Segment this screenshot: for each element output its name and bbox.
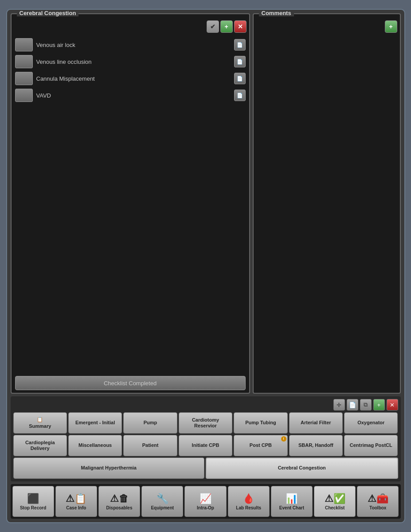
checklist-footer: Checklist Completed bbox=[12, 373, 249, 393]
item-label-2: Venous line occlusion bbox=[36, 59, 231, 65]
intra-op-icon: 📈 bbox=[200, 493, 211, 505]
event-chart-icon: 📊 bbox=[286, 493, 297, 505]
case-info-button[interactable]: ⚠📋 Case Info bbox=[55, 486, 97, 517]
stop-record-icon: ⬛ bbox=[27, 493, 39, 505]
disposables-label: Disposables bbox=[106, 505, 133, 510]
item-doc-btn-1[interactable]: 📄 bbox=[234, 39, 246, 51]
checklist-items: Venous air lock 📄 Venous line occlusion … bbox=[12, 35, 249, 373]
tab-row-2: Cardioplegia Delivery Miscellaneous Pati… bbox=[13, 435, 398, 456]
doc-button[interactable]: 📄 bbox=[347, 399, 358, 411]
stop-record-button[interactable]: ⬛ Stop Record bbox=[12, 486, 54, 517]
lab-results-button[interactable]: 🩸 Lab Results bbox=[228, 486, 270, 517]
tab-rows: 📋 Summary Emergent - Initial Pump Cardio… bbox=[13, 412, 398, 479]
intra-op-label: Intra-Op bbox=[197, 505, 214, 510]
checklist-button[interactable]: ⚠✅ Checklist bbox=[314, 486, 356, 517]
list-item: VAVD 📄 bbox=[15, 87, 246, 104]
toolbox-icon: ⚠🧰 bbox=[368, 493, 388, 505]
item-label-1: Venous air lock bbox=[36, 42, 231, 48]
add-comment-button[interactable]: + bbox=[385, 20, 397, 33]
item-checkbox-4[interactable] bbox=[15, 89, 33, 102]
equipment-button[interactable]: 🔧 Equipment bbox=[141, 486, 183, 517]
checklist-icon: ⚠✅ bbox=[325, 493, 345, 505]
tab-cardioplegia[interactable]: Cardioplegia Delivery bbox=[13, 435, 67, 456]
check-button[interactable]: ✔ bbox=[207, 20, 219, 33]
add-tab-button[interactable]: + bbox=[373, 399, 385, 411]
item-checkbox-1[interactable] bbox=[15, 38, 33, 51]
delete-tab-button[interactable]: ✕ bbox=[387, 399, 398, 411]
disposables-icon: ⚠🗑 bbox=[110, 493, 129, 505]
item-label-3: Cannula Misplacement bbox=[36, 75, 231, 82]
copy-button[interactable]: ⧉ bbox=[360, 399, 372, 411]
tab-cardiotomy[interactable]: Cardiotomy Reservior bbox=[179, 412, 232, 434]
tab-patient[interactable]: Patient bbox=[123, 435, 177, 456]
event-chart-button[interactable]: 📊 Event Chart bbox=[271, 486, 313, 517]
list-item: Venous air lock 📄 bbox=[15, 36, 246, 53]
item-doc-btn-3[interactable]: 📄 bbox=[234, 73, 246, 84]
tab-pump-tubing[interactable]: Pump Tubing bbox=[234, 412, 287, 434]
bottom-section: ✛ 📄 ⧉ + ✕ 📋 Summary Emergent - Initial P… bbox=[11, 396, 401, 481]
item-checkbox-2[interactable] bbox=[15, 55, 33, 68]
intra-op-button[interactable]: 📈 Intra-Op bbox=[184, 486, 226, 517]
toolbox-label: Toolbox bbox=[369, 505, 386, 510]
tab-pump[interactable]: Pump bbox=[123, 412, 177, 434]
tab-arterial[interactable]: Arterial Filter bbox=[289, 412, 343, 434]
case-info-icon: ⚠📋 bbox=[66, 493, 86, 505]
tab-row-1: 📋 Summary Emergent - Initial Pump Cardio… bbox=[13, 412, 398, 434]
tab-malignant[interactable]: Malignant Hyperthermia bbox=[13, 458, 205, 479]
tab-initiate-cpb[interactable]: Initiate CPB bbox=[179, 435, 232, 456]
disposables-button[interactable]: ⚠🗑 Disposables bbox=[98, 486, 140, 517]
summary-icon: 📋 bbox=[37, 417, 43, 422]
item-checkbox-3[interactable] bbox=[15, 72, 33, 85]
equipment-label: Equipment bbox=[151, 505, 174, 510]
lab-results-icon: 🩸 bbox=[243, 493, 254, 505]
item-doc-btn-2[interactable]: 📄 bbox=[234, 56, 246, 67]
tab-cerebral[interactable]: Cerebral Congestion bbox=[206, 458, 398, 479]
post-cpb-warning: ! bbox=[281, 436, 286, 442]
right-panel-title: Comments bbox=[259, 10, 294, 16]
lab-results-label: Lab Results bbox=[236, 505, 261, 510]
left-panel-title: Cerebral Congestion bbox=[17, 10, 79, 16]
equipment-icon: 🔧 bbox=[157, 493, 168, 505]
completed-button[interactable]: Checklist Completed bbox=[15, 376, 246, 390]
left-panel-toolbar: ✔ + ✕ bbox=[12, 18, 249, 35]
tab-sbar[interactable]: SBAR, Handoff bbox=[289, 435, 343, 456]
item-label-4: VAVD bbox=[36, 92, 231, 99]
tab-centrimag[interactable]: Centrimag PostCL bbox=[344, 435, 398, 456]
tab-oxygenator[interactable]: Oxygenator bbox=[344, 412, 398, 434]
tab-miscellaneous[interactable]: Miscellaneous bbox=[68, 435, 122, 456]
case-info-label: Case Info bbox=[66, 505, 86, 510]
move-button[interactable]: ✛ bbox=[333, 399, 345, 411]
comments-toolbar: + bbox=[254, 18, 400, 35]
stop-record-label: Stop Record bbox=[20, 505, 46, 510]
delete-item-button[interactable]: ✕ bbox=[234, 20, 247, 33]
tab-emergent[interactable]: Emergent - Initial bbox=[68, 412, 122, 434]
event-chart-label: Event Chart bbox=[279, 505, 304, 510]
mini-toolbar: ✛ 📄 ⧉ + ✕ bbox=[13, 399, 398, 411]
add-item-button[interactable]: + bbox=[220, 20, 233, 33]
list-item: Cannula Misplacement 📄 bbox=[15, 70, 246, 87]
list-item: Venous line occlusion 📄 bbox=[15, 53, 246, 70]
tab-summary[interactable]: 📋 Summary bbox=[13, 412, 67, 434]
tab-row-3: Malignant Hyperthermia Cerebral Congesti… bbox=[13, 458, 398, 479]
tab-post-cpb[interactable]: Post CPB ! bbox=[234, 435, 287, 456]
toolbox-button[interactable]: ⚠🧰 Toolbox bbox=[357, 486, 399, 517]
summary-label: Summary bbox=[29, 423, 51, 429]
checklist-label: Checklist bbox=[325, 505, 344, 510]
item-doc-btn-4[interactable]: 📄 bbox=[234, 90, 246, 101]
action-bar: ⬛ Stop Record ⚠📋 Case Info ⚠🗑 Disposable… bbox=[11, 484, 401, 519]
